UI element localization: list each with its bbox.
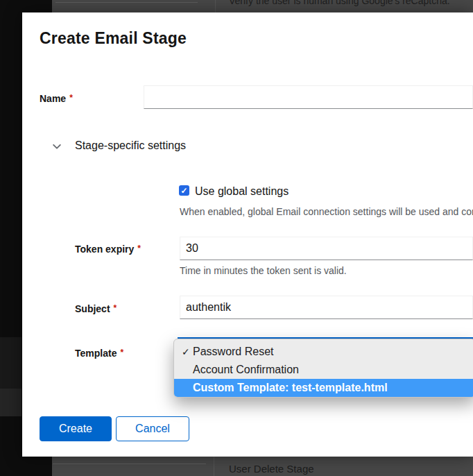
sidebar-nav-item — [0, 389, 22, 416]
check-icon: ✓ — [182, 343, 191, 361]
use-global-settings-label[interactable]: Use global settings — [195, 185, 289, 198]
section-header-stage-specific-settings[interactable]: Stage-specific settings — [75, 139, 186, 152]
create-email-stage-screen: Verify the user is human using Google's … — [0, 0, 473, 476]
token-expiry-help: Time in minutes the token sent is valid. — [180, 265, 347, 276]
subject-label: Subject* — [75, 303, 117, 314]
dropdown-option-account-confirmation[interactable]: Account Confirmation — [174, 361, 473, 379]
template-label: Template* — [75, 348, 123, 359]
chevron-down-icon[interactable] — [52, 142, 62, 151]
dropdown-option-password-reset[interactable]: ✓ Password Reset — [174, 343, 473, 361]
required-asterisk: * — [120, 348, 123, 357]
token-expiry-label: Token expiry* — [75, 244, 141, 255]
name-label: Name* — [40, 93, 73, 104]
background-row-user-delete-stage: User Delete Stage — [229, 463, 314, 475]
required-asterisk: * — [114, 303, 117, 313]
required-asterisk: * — [137, 244, 141, 253]
checkmark-icon: ✓ — [180, 187, 187, 195]
cancel-button[interactable]: Cancel — [116, 416, 189, 441]
use-global-settings-checkbox[interactable]: ✓ — [179, 185, 189, 196]
create-button[interactable]: Create — [40, 416, 112, 441]
template-dropdown-menu: ✓ Password Reset Account Confirmation Cu… — [173, 339, 473, 398]
subject-input[interactable] — [180, 296, 473, 319]
modal-title: Create Email Stage — [40, 29, 187, 48]
token-expiry-input[interactable] — [180, 237, 473, 260]
background-table-border — [55, 2, 198, 3]
background-table-border-bottom — [53, 464, 206, 464]
background-row-captcha-text: Verify the user is human using Google's … — [229, 0, 450, 6]
sidebar-nav-item — [0, 337, 22, 389]
background-column-divider-bottom — [214, 457, 214, 476]
required-asterisk: * — [69, 93, 73, 103]
name-input[interactable] — [144, 85, 473, 109]
use-global-settings-help: When enabled, global Email connection se… — [180, 206, 473, 217]
background-column-divider — [215, 0, 216, 12]
dropdown-option-custom-template[interactable]: Custom Template: test-template.html — [174, 379, 473, 397]
